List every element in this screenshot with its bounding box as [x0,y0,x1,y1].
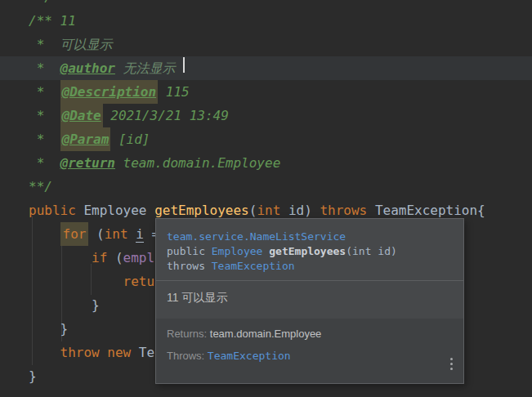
popup-signature: team.service.NameListService public Empl… [156,219,463,280]
code-token: empl [123,250,155,265]
code-token: Employee [83,203,154,218]
code-token: ( [88,226,104,242]
exception-type-link[interactable]: TeamException [212,260,295,272]
code-line[interactable]: * @author 无法显示 [29,56,485,80]
code-line[interactable]: * @return team.domain.Employee [29,151,485,175]
code-token: Te [139,345,154,360]
returns-label: Returns: [167,328,207,340]
code-token: int [257,203,280,218]
code-token: * [29,60,60,76]
code-token: ( [107,250,123,265]
code-line[interactable]: * @Description 115 [29,80,485,104]
code-token: int [105,226,128,242]
code-token: getEmployees [154,203,249,218]
code-token: @Description [60,80,159,104]
code-token [158,84,166,100]
popup-description: 11 可以显示 [156,281,463,315]
throws-value-link[interactable]: TeamException [208,350,291,362]
signature-modifier: public [167,245,212,257]
doc-popup: team.service.NameListService public Empl… [155,218,464,384]
code-token: retu [123,274,155,289]
code-token: @Date [60,104,103,127]
code-token [115,60,123,76]
code-line[interactable]: * @Date 2021/3/21 13:49 [29,104,485,127]
code-token: * [29,84,60,100]
code-token: 无法显示 [123,60,176,76]
text-caret [183,57,185,73]
code-token: i [136,226,144,243]
code-token: */ [29,0,52,5]
code-line[interactable]: */ [29,0,485,9]
code-token: * [29,37,60,52]
code-token: public [29,203,83,218]
code-token: * [29,108,60,123]
more-options-kebab-icon[interactable] [450,358,453,370]
code-token: [id] [110,132,150,147]
code-token: ( [249,203,257,218]
code-token: **/ [29,179,52,194]
code-line[interactable]: /** 11 [29,9,485,33]
code-line[interactable]: * 可以显示 [29,33,485,56]
code-token: throw new [60,345,139,360]
code-token: } [29,297,100,313]
code-token: @author [60,60,115,76]
code-token: * [29,132,60,147]
code-token: throws [320,203,374,218]
throws-keyword: throws [167,260,212,272]
signature-params: (int id) [346,245,397,257]
code-token: 115 [166,84,190,100]
code-token: team.domain.Employee [115,155,280,171]
code-token: for [60,222,89,246]
returns-value: team.domain.Employee [210,328,322,340]
code-token: id) [280,203,320,218]
throws-row: Throws: TeamException [167,350,453,364]
code-token [29,226,60,242]
return-type-link[interactable]: Employee [212,245,263,257]
method-name: getEmployees [269,245,346,257]
package-class-link[interactable]: team.service.NameListService [167,230,346,243]
throws-label: Throws: [167,350,204,362]
code-token: } [29,368,37,384]
code-token: * [29,155,60,171]
returns-row: Returns: team.domain.Employee [167,328,453,341]
code-token: 可以显示 [60,37,113,52]
code-token: TeamException{ [375,203,485,218]
code-token [29,345,60,360]
code-token: @return [60,155,115,171]
code-token [29,250,92,265]
code-token [29,274,123,289]
code-line[interactable]: * @Param [id] [29,127,485,151]
code-token: @Param [60,127,111,151]
code-token: } [29,321,68,337]
code-token: if [92,250,107,265]
code-token: 2021/3/21 13:49 [103,108,229,123]
code-token: /** 11 [29,13,76,29]
code-line[interactable]: **/ [29,175,485,198]
popup-bottom-section: Returns: team.domain.Employee Throws: Te… [156,319,463,383]
code-token [128,226,136,242]
